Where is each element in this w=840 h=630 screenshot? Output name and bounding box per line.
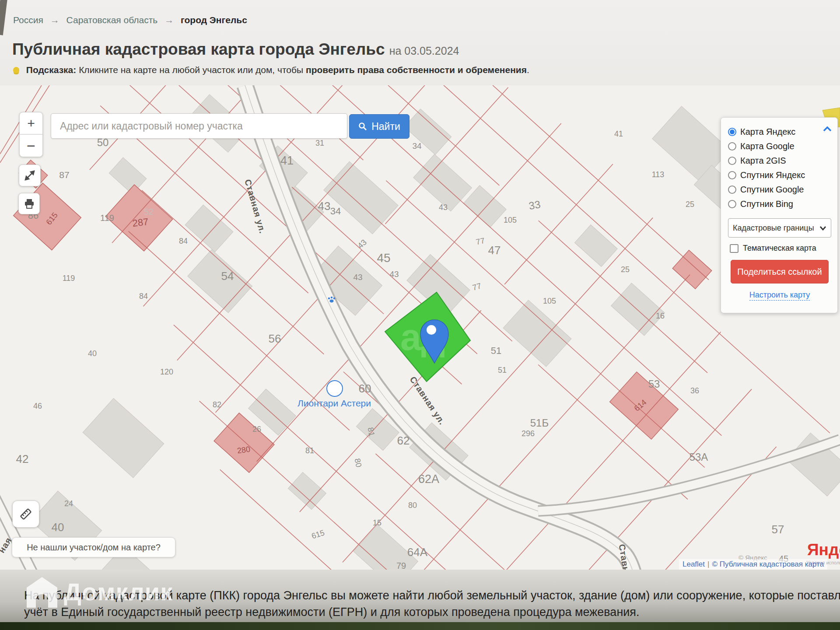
parcel-label-43: 43	[356, 238, 369, 250]
radio-icon	[728, 186, 736, 194]
parcel-label-615: 615	[44, 211, 60, 227]
parcel-label-40: 40	[88, 349, 97, 358]
basemap-option-4[interactable]: Спутник Яндекс	[728, 168, 831, 182]
basemap-option-label: Спутник Яндекс	[740, 170, 805, 180]
parcel-label-296: 296	[522, 429, 535, 438]
parcel-label-40: 40	[52, 521, 64, 534]
parcel-label-54: 54	[221, 270, 234, 283]
not-found-link[interactable]: Не нашли участок/дом на карте?	[12, 537, 175, 557]
thematic-map-toggle[interactable]: Тематическая карта	[728, 244, 831, 253]
poi-label[interactable]: Лионтари Астери	[298, 398, 371, 409]
parcel-label-81: 81	[305, 446, 314, 455]
parcel-label-36: 36	[690, 386, 699, 396]
search-box	[51, 113, 347, 139]
basemap-options: Карта ЯндексКарта GoogleКарта 2GISСпутни…	[728, 125, 831, 211]
chevron-up-icon	[822, 126, 832, 132]
parcel-label-57: 57	[772, 523, 784, 536]
parcel-label-51: 51	[498, 366, 507, 375]
parcel-label-87: 87	[59, 170, 69, 180]
parcel-label-43: 43	[439, 203, 448, 212]
breadcrumb-russia[interactable]: Россия	[13, 15, 43, 25]
parcel-label-62А: 62А	[418, 472, 439, 486]
parcel-label-80: 80	[408, 501, 417, 510]
parcel-label-52: 52	[144, 207, 154, 217]
minus-icon: −	[27, 137, 35, 154]
share-link-button[interactable]: Поделиться ссылкой	[731, 260, 829, 284]
parcel-label-113: 113	[652, 170, 665, 179]
plus-icon: +	[27, 116, 35, 131]
parcel-label-53А: 53А	[690, 451, 708, 463]
parcel-label-34: 34	[330, 206, 341, 217]
parcel-label-42: 42	[16, 452, 29, 466]
zoom-in-button[interactable]: +	[19, 112, 43, 135]
street-label: Ставная ул.	[242, 178, 267, 235]
breadcrumb: Россия → Саратовская область → город Энг…	[13, 15, 247, 25]
parcel-label-45: 45	[377, 251, 390, 265]
parcel-label-119: 119	[63, 274, 75, 283]
parcel-label-25: 25	[686, 200, 694, 209]
parcel-label-43: 43	[318, 200, 331, 213]
yandex-terms-link[interactable]: Условия использования	[806, 560, 840, 565]
domclick-watermark: Домклик	[64, 578, 173, 606]
map-date: на 03.05.2024	[389, 45, 459, 57]
basemap-option-label: Карта Google	[740, 141, 794, 151]
basemap-option-1[interactable]: Карта Яндекс	[728, 125, 831, 139]
configure-map-link[interactable]: Настроить карту	[728, 290, 831, 300]
parcel-label-46: 46	[33, 402, 42, 411]
parcel-label-64А: 64А	[407, 546, 427, 559]
parcel-label-62: 62	[397, 434, 410, 448]
domclick-logo-icon	[25, 576, 59, 609]
parcel-label-15: 15	[373, 518, 382, 528]
page-title: Публичная кадастровая карта города Энгел…	[12, 40, 459, 59]
radio-checked-icon	[728, 128, 736, 136]
parcel-label-119: 119	[100, 213, 114, 223]
basemap-option-label: Спутник Google	[740, 185, 804, 195]
parcel-label-84: 84	[139, 292, 148, 301]
expand-arrows-icon	[24, 170, 35, 181]
street-label: Ставная ул.	[408, 374, 448, 427]
radio-icon	[728, 200, 736, 208]
search-icon	[358, 122, 367, 131]
parcel-label-280: 280	[237, 445, 251, 456]
bottom-dark-bar	[0, 622, 840, 630]
basemap-option-2[interactable]: Карта Google	[728, 139, 831, 154]
leaflet-link[interactable]: Leaflet	[682, 560, 705, 568]
map-attribution: Leaflet|© Публичная кадастровая карта	[679, 559, 827, 570]
zoom-out-button[interactable]: −	[19, 134, 43, 157]
parcel-label-41: 41	[614, 130, 623, 139]
yandex-logo: Яндекс	[807, 541, 840, 559]
layers-panel: Карта ЯндексКарта GoogleКарта 2GISСпутни…	[721, 117, 838, 313]
parcel-label-60: 60	[359, 382, 371, 396]
chevron-down-icon	[819, 226, 826, 231]
parcel-label-77: 77	[472, 281, 483, 292]
page-header: Россия → Саратовская область → город Энг…	[0, 0, 840, 85]
measure-button[interactable]	[12, 500, 39, 528]
parcel-label-47: 47	[488, 244, 501, 257]
breadcrumb-region[interactable]: Саратовская область	[66, 15, 158, 25]
search-input[interactable]	[59, 120, 339, 133]
breadcrumb-separator: →	[164, 15, 174, 25]
overlay-select[interactable]: Кадастровые границы	[728, 218, 831, 238]
paw-icon[interactable]	[326, 380, 343, 397]
parcel-label-43: 43	[353, 273, 362, 282]
parcel-label-80: 80	[353, 458, 364, 468]
search-button[interactable]: Найти	[349, 114, 410, 139]
basemap-option-5[interactable]: Спутник Google	[728, 182, 831, 197]
parcel-label-34: 34	[412, 141, 421, 151]
parcel-label-53: 53	[648, 378, 660, 390]
parcel-label-84: 84	[179, 237, 188, 246]
parcel-label-120: 120	[160, 368, 173, 377]
collapse-panel-button[interactable]	[822, 126, 832, 134]
print-button[interactable]	[18, 193, 40, 214]
basemap-option-6[interactable]: Спутник Bing	[728, 197, 831, 211]
parcel-label-615: 615	[310, 528, 326, 541]
parcel-label-26: 26	[252, 425, 261, 434]
parcel-label-287: 287	[132, 216, 149, 229]
parcel-label-77: 77	[475, 236, 486, 247]
radio-icon	[728, 157, 736, 165]
hint-line: Подсказка: Кликните на карте на любой уч…	[13, 65, 529, 75]
fullscreen-button[interactable]	[19, 164, 41, 186]
printer-icon	[24, 198, 35, 210]
basemap-option-3[interactable]: Карта 2GIS	[728, 154, 831, 168]
parcel-label-82: 82	[213, 400, 221, 410]
